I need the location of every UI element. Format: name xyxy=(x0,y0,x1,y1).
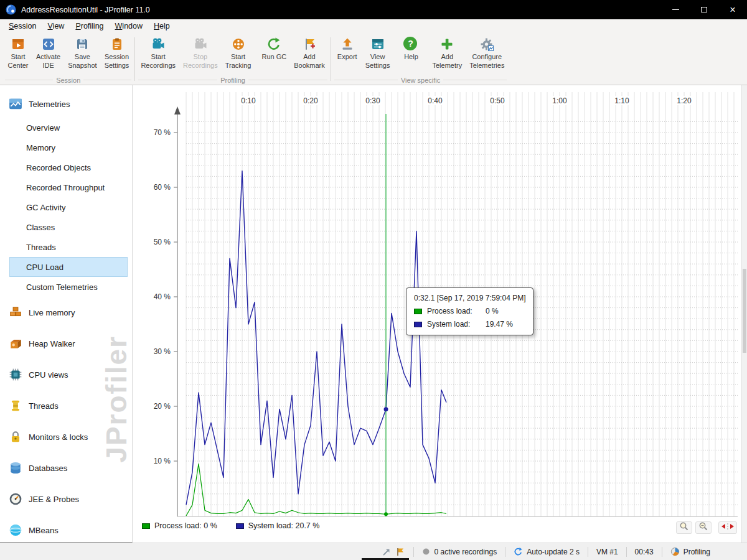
menu-view[interactable]: View xyxy=(42,21,70,32)
tooltip-system-row: System load: 19.47 % xyxy=(414,320,525,329)
save-snapshot-button[interactable]: Save Snapshot xyxy=(64,34,100,72)
maximize-icon xyxy=(701,7,707,12)
activate-ide-icon xyxy=(41,37,56,52)
toolbar-caption-view-specific: View specific xyxy=(333,75,509,85)
sidebar-subitem-classes[interactable]: Classes xyxy=(9,217,128,237)
sidebar-subitem-recorded-throughput[interactable]: Recorded Throughput xyxy=(9,177,128,197)
process-load-swatch xyxy=(414,309,422,314)
vertical-scrollbar[interactable] xyxy=(741,85,747,543)
titlebar: AddressResolutionUtil - JProfiler 11.0 × xyxy=(0,0,747,19)
view-settings-icon xyxy=(370,37,385,52)
export-icon xyxy=(340,37,355,52)
view-settings-button[interactable]: View Settings xyxy=(362,34,394,72)
sidebar-subitem-overview[interactable]: Overview xyxy=(9,118,128,138)
stop-recordings-button: Stop Recordings xyxy=(179,34,222,72)
menu-profiling[interactable]: Profiling xyxy=(70,21,109,32)
databases-icon xyxy=(9,461,22,475)
session-settings-icon xyxy=(110,37,125,52)
recording-dot-icon xyxy=(422,548,430,556)
run-gc-button[interactable]: Run GC xyxy=(258,34,290,63)
auto-update-status[interactable]: Auto-update 2 s xyxy=(505,547,588,556)
minimize-button[interactable] xyxy=(661,0,690,19)
tooltip-time: 0:32.1 [Sep 17, 2019 7:59:04 PM] xyxy=(414,294,525,302)
heap-walker-icon xyxy=(9,337,22,350)
toolbar: Start Center Activate IDE Save Snapshot … xyxy=(0,33,747,85)
legend-process-load: Process load: 0 % xyxy=(142,521,217,530)
svg-text:30 %: 30 % xyxy=(154,347,171,356)
sidebar-item-heap-walker[interactable]: Heap Walker xyxy=(0,328,132,359)
zoom-in-button[interactable] xyxy=(695,521,712,534)
system-load-swatch xyxy=(236,523,244,529)
start-center-button[interactable]: Start Center xyxy=(4,34,32,72)
jprofiler-app-icon xyxy=(6,4,16,15)
jprofiler-window: AddressResolutionUtil - JProfiler 11.0 ×… xyxy=(0,0,747,560)
svg-text:60 %: 60 % xyxy=(154,183,171,192)
scroll-time-range-button[interactable] xyxy=(718,521,737,534)
zoom-out-button[interactable] xyxy=(676,521,692,534)
svg-text:0:50: 0:50 xyxy=(490,96,505,105)
sidebar-subitem-memory[interactable]: Memory xyxy=(9,138,128,157)
svg-text:0:20: 0:20 xyxy=(303,96,318,105)
cpu-load-chart[interactable]: 70 %60 %50 %40 %30 %20 %10 %0:100:200:30… xyxy=(133,85,747,543)
chart-legend: Process load: 0 % System load: 20.7 % xyxy=(142,521,319,530)
svg-text:0:30: 0:30 xyxy=(365,96,380,105)
sidebar-item-live-memory[interactable]: Live memory xyxy=(0,297,132,328)
export-button[interactable]: Export xyxy=(333,34,362,63)
sidebar-item-threads[interactable]: Threads xyxy=(0,390,132,421)
process-load-swatch xyxy=(142,523,150,529)
svg-text:70 %: 70 % xyxy=(154,128,171,137)
save-snapshot-icon xyxy=(75,37,90,52)
activate-ide-button[interactable]: Activate IDE xyxy=(32,34,64,72)
auto-update-refresh-icon xyxy=(514,547,523,556)
profiling-mode-status: Profiling xyxy=(662,547,718,556)
start-recordings-button[interactable]: Start Recordings xyxy=(137,34,179,72)
scrollbar-thumb[interactable] xyxy=(743,269,746,353)
maximize-button[interactable] xyxy=(690,0,718,19)
threads-icon xyxy=(9,399,22,413)
help-button[interactable]: ? Help xyxy=(397,34,425,63)
sidebar-item-databases[interactable]: Databases xyxy=(0,452,132,483)
sidebar-item-mbeans[interactable]: MBeans xyxy=(0,515,132,543)
window-controls: × xyxy=(661,0,747,19)
active-recordings-status[interactable]: 0 active recordings xyxy=(414,548,505,556)
menu-window[interactable]: Window xyxy=(110,21,148,32)
sidebar-subitem-recorded-objects[interactable]: Recorded Objects xyxy=(9,157,128,177)
help-icon: ? xyxy=(403,37,418,52)
toolbar-group-session: Start Center Activate IDE Save Snapshot … xyxy=(4,34,133,85)
close-button[interactable]: × xyxy=(718,0,747,19)
svg-text:50 %: 50 % xyxy=(154,238,171,246)
add-telemetry-button[interactable]: Add Telemetry xyxy=(428,34,466,72)
jump-to-bookmark-icon[interactable] xyxy=(382,547,392,557)
sidebar-subitem-gc-activity[interactable]: GC Activity xyxy=(9,197,128,217)
add-bookmark-flag-icon[interactable] xyxy=(395,547,405,557)
stop-recordings-icon xyxy=(193,37,208,52)
toolbar-group-profiling: Start Recordings Stop Recordings Start T… xyxy=(137,34,328,85)
run-gc-icon xyxy=(266,37,281,52)
zoom-in-icon xyxy=(698,521,708,534)
session-settings-button[interactable]: Session Settings xyxy=(101,34,133,72)
start-tracking-button[interactable]: Start Tracking xyxy=(222,34,255,72)
sidebar-item-monitors-locks[interactable]: Monitors & locks xyxy=(0,421,132,452)
menu-help[interactable]: Help xyxy=(148,21,176,32)
profiling-pie-icon xyxy=(670,547,680,556)
bookmark-tools[interactable] xyxy=(374,547,413,557)
menu-session[interactable]: Session xyxy=(3,21,42,32)
sidebar-item-telemetries[interactable]: Telemetries xyxy=(0,90,132,118)
sidebar-item-jee-probes[interactable]: JEE & Probes xyxy=(0,483,132,515)
sidebar-subitem-threads[interactable]: Threads xyxy=(9,237,128,257)
sidebar-subitem-cpu-load[interactable]: CPU Load xyxy=(9,257,128,277)
jee-probes-icon xyxy=(9,492,22,506)
sidebar-subitem-custom-telemetries[interactable]: Custom Telemetries xyxy=(9,277,128,297)
add-bookmark-icon xyxy=(302,37,317,52)
zoom-out-icon xyxy=(679,521,689,534)
chart-tooltip: 0:32.1 [Sep 17, 2019 7:59:04 PM] Process… xyxy=(406,287,533,335)
toolbar-caption-profiling: Profiling xyxy=(137,75,328,85)
svg-text:0:40: 0:40 xyxy=(428,96,443,105)
add-bookmark-button[interactable]: Add Bookmark xyxy=(290,34,329,72)
monitors-locks-icon xyxy=(9,430,22,444)
sidebar-item-cpu-views[interactable]: CPU views xyxy=(0,359,132,390)
vm-selector[interactable]: VM #1 xyxy=(588,548,626,556)
main-area: JProfiler Telemetries Overview Memory Re… xyxy=(0,85,747,543)
scroll-arrows-icon xyxy=(720,521,735,534)
configure-telemetries-button[interactable]: Configure Telemetries xyxy=(466,34,508,72)
